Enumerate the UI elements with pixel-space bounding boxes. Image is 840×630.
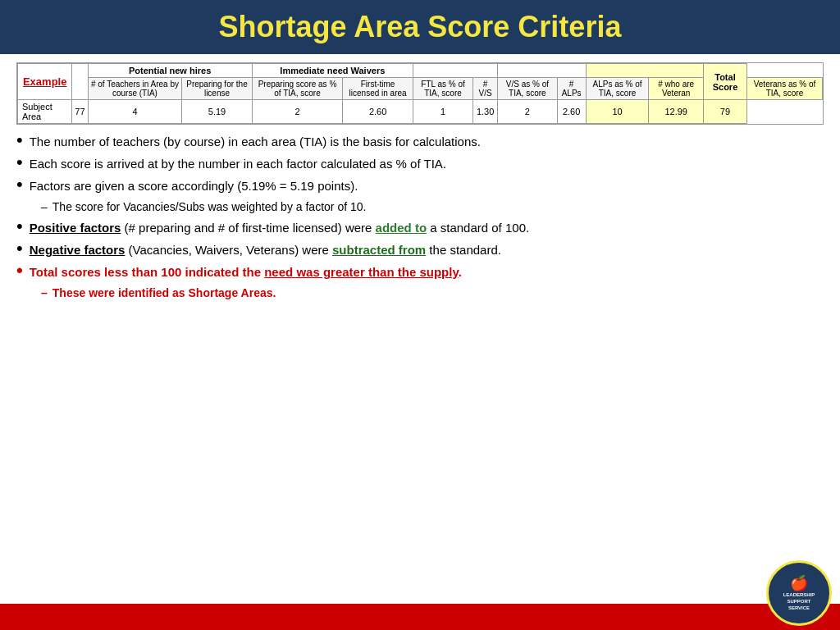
bullet-positive: • Positive factors (# preparing and # of… bbox=[16, 219, 824, 236]
alpspct-subheader: ALPs as % of TIA, score bbox=[586, 78, 649, 100]
license-subheader: Preparing for the license bbox=[182, 78, 252, 100]
bullet-list: • The number of teachers (by course) in … bbox=[0, 125, 840, 301]
bullet-3: • Factors are given a score accordingly … bbox=[16, 177, 824, 194]
bullet-total: • Total scores less than 100 indicated t… bbox=[16, 263, 824, 281]
positive-rest: (# preparing and # of first-time license… bbox=[121, 221, 375, 235]
waivers-header bbox=[498, 64, 587, 78]
positive-end: a standard of 100. bbox=[427, 221, 529, 235]
bullet-dot-2: • bbox=[16, 153, 23, 171]
shortage-text: These were identified as Shortage Areas. bbox=[52, 285, 276, 302]
logo: 🍎 LEADERSHIP SUPPORT SERVICE bbox=[766, 560, 832, 626]
val-ftl: 2.60 bbox=[343, 100, 413, 124]
val-alps: 2 bbox=[498, 100, 557, 124]
negative-factors-label: Negative factors bbox=[30, 243, 126, 257]
nearfuture-header bbox=[586, 64, 703, 78]
footer-bar bbox=[0, 604, 840, 630]
sub-header-row: # of Teachers in Area by course (TIA) Pr… bbox=[18, 78, 823, 100]
sub-text-3: The score for Vacancies/Subs was weighte… bbox=[52, 199, 367, 216]
bullet-text-2: Each score is arrived at by the number i… bbox=[30, 155, 824, 172]
bullet-text-1: The number of teachers (by course) in ea… bbox=[30, 133, 824, 150]
newhires-header: Immediate need Waivers bbox=[252, 64, 413, 78]
bullet-dot-total: • bbox=[16, 262, 23, 280]
logo-text: LEADERSHIP SUPPORT SERVICE bbox=[783, 592, 815, 611]
val-prepscore: 5.19 bbox=[182, 100, 252, 124]
prepscore-subheader: Preparing score as % of TIA, score bbox=[252, 78, 343, 100]
totalscore-header: Total Score bbox=[704, 64, 747, 100]
bullet-1: • The number of teachers (by course) in … bbox=[16, 133, 824, 150]
workforce-header: Potential new hires bbox=[88, 64, 252, 78]
sub-bullet-3: – The score for Vacancies/Subs was weigh… bbox=[41, 199, 824, 216]
subject-area-label: Subject Area bbox=[18, 100, 72, 124]
alps-subheader: # ALPs bbox=[557, 78, 586, 100]
bullet-dot-negative: • bbox=[16, 240, 23, 258]
bullet-text-negative: Negative factors (Vacancies, Waivers, Ve… bbox=[30, 241, 824, 258]
supply-link[interactable]: need was greater than the supply bbox=[264, 265, 458, 279]
tia-header bbox=[72, 64, 88, 100]
bullet-negative: • Negative factors (Vacancies, Waivers, … bbox=[16, 241, 824, 258]
val-tia: 77 bbox=[72, 100, 88, 124]
firsttime-subheader: First-time licensed in area bbox=[343, 78, 413, 100]
ftl-subheader: FTL as % of TIA, score bbox=[413, 78, 472, 100]
sub-bullet-shortage: – These were identified as Shortage Area… bbox=[41, 285, 824, 302]
bullet-2: • Each score is arrived at by the number… bbox=[16, 155, 824, 172]
bullet-dot-positive: • bbox=[16, 217, 23, 235]
total-text: Total scores less than 100 indicated the bbox=[30, 265, 265, 279]
vacancies-header bbox=[413, 64, 497, 78]
negative-rest: (Vacancies, Waivers, Veterans) were bbox=[125, 243, 332, 257]
example-cell: Example bbox=[18, 64, 72, 100]
veteran-subheader: # who are Veteran bbox=[649, 78, 704, 100]
sub-dash-shortage: – bbox=[41, 285, 48, 302]
bullet-text-3: Factors are given a score accordingly (5… bbox=[30, 177, 824, 194]
page-title: Shortage Area Score Criteria bbox=[16, 10, 824, 44]
val-firsttime: 2 bbox=[252, 100, 343, 124]
sub-dash-3: – bbox=[41, 199, 48, 216]
val-veteran: 10 bbox=[586, 100, 649, 124]
score-criteria-table: Example Potential new hires Immediate ne… bbox=[16, 62, 824, 125]
vs-subheader: # V/S bbox=[473, 78, 498, 100]
vspct-subheader: V/S as % of TIA, score bbox=[498, 78, 557, 100]
subtracted-from-link[interactable]: subtracted from bbox=[332, 243, 426, 257]
tia-subheader: # of Teachers in Area by course (TIA) bbox=[88, 78, 182, 100]
bullet-text-positive: Positive factors (# preparing and # of f… bbox=[30, 219, 824, 236]
vetpct-subheader: Veterans as % of TIA, score bbox=[746, 78, 822, 100]
page-header: Shortage Area Score Criteria bbox=[0, 0, 840, 54]
val-total: 79 bbox=[704, 100, 747, 124]
val-alpspct: 2.60 bbox=[557, 100, 586, 124]
added-to-link[interactable]: added to bbox=[376, 221, 427, 235]
logo-apple-icon: 🍎 bbox=[790, 574, 808, 592]
bullet-dot-1: • bbox=[16, 131, 23, 149]
val-vspct: 1.30 bbox=[473, 100, 498, 124]
logo-circle: 🍎 LEADERSHIP SUPPORT SERVICE bbox=[766, 560, 832, 626]
bullet-dot-3: • bbox=[16, 176, 23, 194]
negative-end: the standard. bbox=[426, 243, 501, 257]
bullet-text-total: Total scores less than 100 indicated the… bbox=[30, 263, 824, 281]
val-vetpct: 12.99 bbox=[649, 100, 704, 124]
positive-factors-label: Positive factors bbox=[30, 221, 121, 235]
val-prep: 4 bbox=[88, 100, 182, 124]
group-header-row: Example Potential new hires Immediate ne… bbox=[18, 64, 823, 78]
val-vs: 1 bbox=[413, 100, 472, 124]
subject-area-row: Subject Area 77 4 5.19 2 2.60 1 1.30 2 2… bbox=[18, 100, 823, 124]
total-end: . bbox=[459, 265, 462, 279]
main-content: Example Potential new hires Immediate ne… bbox=[0, 54, 840, 125]
